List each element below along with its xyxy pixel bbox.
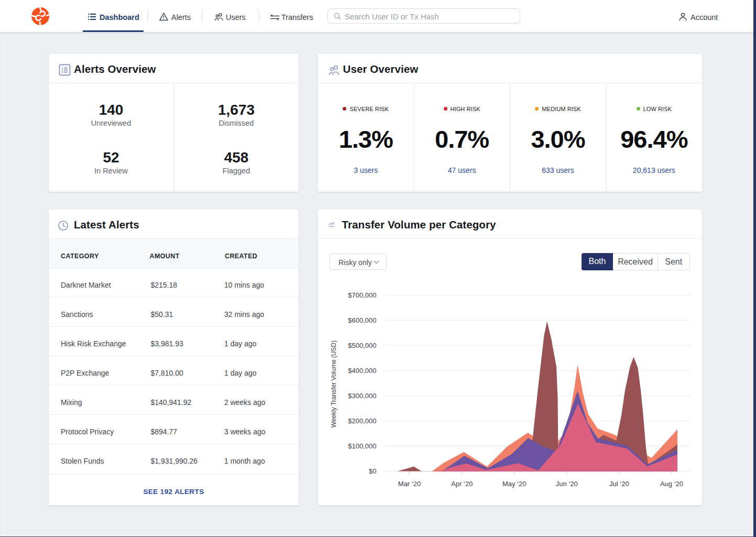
svg-text:$100,000: $100,000 [348, 442, 376, 450]
svg-text:$500,000: $500,000 [348, 342, 376, 349]
svg-text:$700,000: $700,000 [348, 291, 376, 299]
svg-text:$0: $0 [369, 467, 376, 475]
svg-text:$300,000: $300,000 [348, 392, 376, 400]
svg-text:$400,000: $400,000 [348, 367, 376, 375]
svg-text:$200,000: $200,000 [348, 417, 376, 425]
svg-text:Apr ‘20: Apr ‘20 [451, 480, 472, 488]
svg-text:Aug ‘20: Aug ‘20 [660, 480, 683, 488]
svg-text:Jul ‘20: Jul ‘20 [609, 480, 629, 488]
svg-text:Jun ‘20: Jun ‘20 [555, 480, 577, 488]
svg-text:Weekly Transfer Volume (USD): Weekly Transfer Volume (USD) [330, 341, 337, 428]
svg-text:$600,000: $600,000 [348, 316, 376, 324]
svg-text:Mar ‘20: Mar ‘20 [398, 480, 420, 488]
svg-text:May ‘20: May ‘20 [502, 480, 526, 488]
